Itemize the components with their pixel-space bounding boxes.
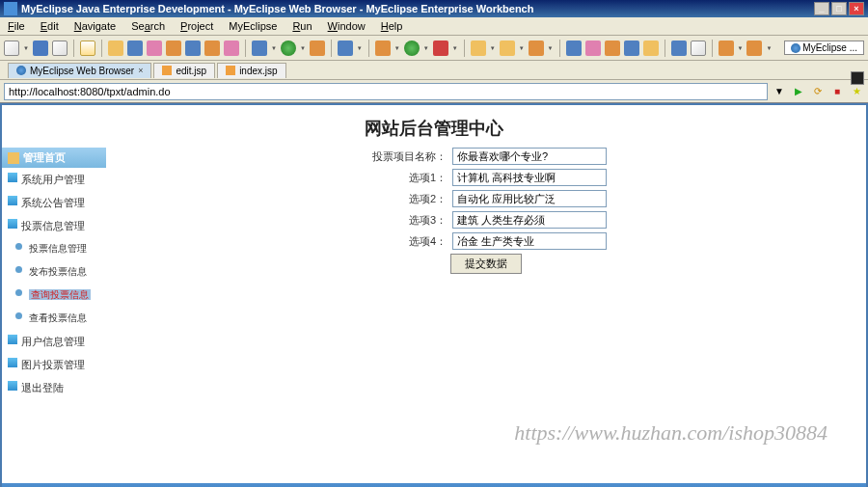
content-wrap: 管理首页 系统用户管理 系统公告管理 投票信息管理 投票信息管理 发布投票信息 … — [2, 148, 866, 399]
debug-icon[interactable] — [375, 41, 391, 56]
sidebar-sub-vote-view[interactable]: 查看投票信息 — [2, 307, 106, 330]
app-icon — [4, 2, 17, 15]
tool-icon[interactable] — [624, 41, 639, 56]
sidebar-item-logout[interactable]: 退出登陆 — [2, 376, 106, 399]
sidebar-sub-vote-query[interactable]: 查询投票信息 — [2, 284, 106, 307]
tab-edit-jsp[interactable]: edit.jsp — [153, 63, 215, 78]
menu-search[interactable]: Search — [127, 19, 169, 33]
close-button[interactable]: × — [849, 2, 864, 15]
tab-label: MyEclipse Web Browser — [30, 66, 134, 76]
browser-addressbar: ▼ ▶ ⟳ ■ ★ — [0, 80, 868, 103]
footer-bar[interactable]: 关闭左栏 — [2, 483, 866, 487]
maximize-editor-icon[interactable] — [851, 71, 864, 85]
tool-icon[interactable] — [566, 41, 582, 56]
tool-icon[interactable] — [671, 41, 687, 56]
input-option1[interactable] — [452, 169, 607, 186]
sidebar-item-picvote[interactable]: 图片投票管理 — [2, 353, 106, 376]
separator — [464, 40, 465, 57]
tool-icon[interactable] — [605, 41, 620, 56]
stop-icon[interactable]: ■ — [829, 84, 845, 99]
dropdown-arrow-icon[interactable]: ▼ — [271, 45, 277, 51]
sidebar-header[interactable]: 管理首页 — [2, 148, 106, 168]
menu-help[interactable]: Help — [377, 19, 407, 33]
menu-edit[interactable]: Edit — [37, 19, 63, 33]
tool-icon[interactable] — [643, 41, 659, 56]
perspective-label: MyEclipse ... — [802, 42, 857, 53]
sidebar-item-notice[interactable]: 系统公告管理 — [2, 191, 106, 214]
main-toolbar: ▼ ▼ ▼ ▼ ▼ ▼ ▼ ▼ ▼ ▼ ▼ ▼ MyEclipse ... — [0, 36, 868, 61]
new-package-icon[interactable] — [471, 41, 486, 56]
window-controls: _ □ × — [814, 2, 864, 15]
tool-icon[interactable] — [500, 41, 515, 56]
url-input[interactable] — [4, 83, 768, 100]
dropdown-arrow-icon[interactable]: ▼ — [519, 45, 525, 51]
folder-icon[interactable] — [108, 41, 123, 56]
run-server-icon[interactable] — [281, 41, 296, 56]
save-all-icon[interactable] — [52, 41, 68, 56]
forward-icon[interactable] — [746, 41, 762, 56]
separator — [331, 40, 332, 57]
dropdown-arrow-icon[interactable]: ▼ — [766, 45, 772, 51]
favorite-icon[interactable]: ★ — [849, 84, 864, 99]
window-titlebar: MyEclipse Java Enterprise Development - … — [0, 0, 868, 17]
input-option2[interactable] — [452, 190, 607, 207]
menu-navigate[interactable]: Navigate — [70, 19, 120, 33]
menu-file[interactable]: FFileile — [4, 19, 29, 33]
dropdown-arrow-icon[interactable]: ▼ — [490, 45, 496, 51]
new-wizard-icon[interactable] — [80, 41, 95, 56]
dropdown-arrow-icon[interactable]: ▼ — [394, 45, 400, 51]
deploy-icon[interactable] — [252, 41, 267, 56]
sidebar-item-userinfo[interactable]: 用户信息管理 — [2, 330, 106, 353]
save-icon[interactable] — [33, 41, 48, 56]
tab-label: edit.jsp — [176, 66, 206, 76]
editor-tabs: MyEclipse Web Browser × edit.jsp index.j… — [0, 61, 868, 80]
dropdown-arrow-icon[interactable]: ▼ — [452, 45, 458, 51]
tool-icon[interactable] — [529, 41, 544, 56]
tool-icon[interactable] — [585, 41, 601, 56]
dropdown-arrow-icon[interactable]: ▼ — [23, 45, 29, 51]
maximize-button[interactable]: □ — [831, 2, 847, 15]
server-icon[interactable] — [185, 41, 201, 56]
input-project-name[interactable] — [452, 148, 607, 165]
menu-myeclipse[interactable]: MyEclipse — [225, 19, 281, 33]
menu-window[interactable]: Window — [324, 19, 369, 33]
tool-icon[interactable] — [338, 41, 353, 56]
url-dropdown-icon[interactable]: ▼ — [772, 84, 787, 99]
tool-icon[interactable] — [166, 41, 181, 56]
watermark: https://www.huzhan.com/ishop30884 — [514, 420, 827, 446]
jsp-icon — [226, 66, 235, 75]
run-icon[interactable] — [404, 41, 420, 56]
new-icon[interactable] — [4, 41, 19, 56]
back-icon[interactable] — [719, 41, 734, 56]
tab-index-jsp[interactable]: index.jsp — [217, 63, 285, 78]
menu-project[interactable]: Project — [176, 19, 217, 33]
dropdown-arrow-icon[interactable]: ▼ — [300, 45, 306, 51]
tool-icon[interactable] — [127, 41, 143, 56]
input-option3[interactable] — [452, 211, 607, 229]
sidebar-item-vote[interactable]: 投票信息管理 — [2, 214, 106, 237]
submit-button[interactable]: 提交数据 — [450, 254, 522, 274]
input-option4[interactable] — [452, 232, 607, 250]
dropdown-arrow-icon[interactable]: ▼ — [357, 45, 363, 51]
stop-icon[interactable] — [433, 41, 448, 56]
tool-icon[interactable] — [224, 41, 239, 56]
close-icon[interactable]: × — [138, 66, 143, 75]
sidebar-item-users[interactable]: 系统用户管理 — [2, 168, 106, 191]
go-icon[interactable]: ▶ — [791, 84, 806, 99]
database-icon[interactable] — [204, 41, 220, 56]
sidebar-sub-vote-publish[interactable]: 发布投票信息 — [2, 260, 106, 284]
tool-icon[interactable] — [691, 41, 706, 56]
menu-run[interactable]: Run — [288, 19, 315, 33]
dropdown-arrow-icon[interactable]: ▼ — [548, 45, 554, 51]
refresh-icon[interactable]: ⟳ — [810, 84, 826, 99]
minimize-button[interactable]: _ — [814, 2, 829, 15]
dropdown-arrow-icon[interactable]: ▼ — [738, 45, 744, 51]
tool-icon[interactable] — [147, 41, 162, 56]
browser-viewport: 网站后台管理中心 管理首页 系统用户管理 系统公告管理 投票信息管理 投票信息管… — [0, 103, 868, 487]
perspective-switcher[interactable]: MyEclipse ... — [784, 41, 864, 55]
sidebar-sub-vote-manage[interactable]: 投票信息管理 — [2, 237, 106, 260]
tab-label: index.jsp — [239, 66, 277, 76]
tab-browser[interactable]: MyEclipse Web Browser × — [8, 63, 151, 78]
browser-icon[interactable] — [310, 41, 325, 56]
dropdown-arrow-icon[interactable]: ▼ — [423, 45, 429, 51]
